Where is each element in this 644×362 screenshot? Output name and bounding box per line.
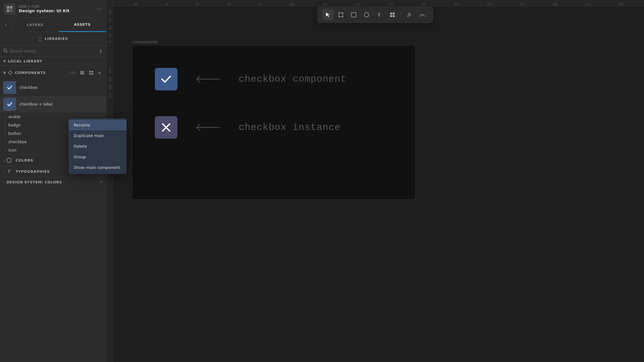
text-tool-button[interactable]: T [374, 9, 385, 21]
checkbox-instance-row: checkbox instance [155, 116, 340, 139]
components-title: COMPONENTS [15, 71, 69, 75]
ruler-label: -75 [108, 19, 112, 23]
curve-tool-button[interactable] [417, 9, 428, 21]
asset-content: ▼ LOCAL LIBRARY ▼ COMPONENTS 134 [0, 57, 106, 362]
context-menu: Rename Duplicate main Delete Group Show … [69, 118, 127, 174]
group-chevron: › [5, 140, 6, 144]
components-chevron: ▼ [3, 71, 6, 75]
component-thumbnail [3, 81, 16, 94]
svg-rect-15 [339, 13, 343, 17]
ruler-label: 300 [552, 3, 558, 6]
canvas-frame[interactable]: checkbox component check [132, 45, 415, 200]
svg-point-31 [409, 13, 410, 14]
ruler-label: 200 [421, 3, 427, 6]
colors-chevron: › [3, 158, 5, 162]
back-button[interactable]: ‹ [0, 18, 12, 32]
app-title: Design system: UI Kit [19, 8, 93, 13]
search-input[interactable] [10, 49, 97, 53]
ruler-label: -50 [108, 26, 112, 30]
group-name: avatar [8, 115, 21, 119]
search-icon [3, 48, 8, 54]
typographies-chevron: › [3, 170, 5, 174]
ruler-label: 175 [388, 3, 394, 6]
libraries-icon: □ [38, 36, 42, 41]
toolbar: T [317, 6, 433, 23]
context-menu-item-show-main[interactable]: Show main component [69, 162, 127, 173]
list-item[interactable]: checkbox + label [0, 96, 106, 113]
checkbox-instance-visual [155, 116, 177, 139]
ruler-label: 175 [108, 93, 112, 97]
ruler-left: -100 -75 -50 -25 0 100 125 150 175 [106, 0, 113, 362]
svg-rect-8 [80, 74, 84, 74]
ruler-label: 25 [195, 3, 200, 6]
more-options-icon[interactable]: ⋯ [96, 5, 102, 12]
context-menu-item-rename[interactable]: Rename [69, 120, 127, 130]
ruler-label: 75 [258, 3, 262, 6]
component-name: checkbox [19, 85, 38, 90]
svg-point-25 [365, 13, 369, 17]
canvas-area: -25 -0 25 50 75 100 125 150 175 200 225 … [106, 0, 644, 362]
design-system-chevron: › [3, 180, 5, 184]
ruler-label: 150 [108, 85, 112, 89]
ruler-label: 275 [519, 3, 526, 6]
ruler-label: -25 [108, 33, 112, 38]
svg-rect-9 [89, 71, 91, 72]
svg-rect-30 [393, 15, 395, 17]
ellipse-tool-button[interactable] [361, 9, 373, 21]
svg-rect-29 [390, 15, 392, 17]
group-chevron: › [5, 132, 6, 135]
ruler-label: 100 [108, 68, 112, 73]
external-link-icon: ↗ [99, 180, 103, 184]
libraries-label: LIBRARIES [45, 37, 68, 41]
svg-rect-2 [7, 9, 9, 12]
checkbox-component-visual [155, 68, 177, 90]
svg-rect-28 [393, 13, 395, 14]
tabs-bar: ‹ LAYERS ASSETS [0, 18, 106, 32]
local-library-chevron: ▼ [3, 59, 6, 63]
svg-rect-1 [10, 6, 13, 8]
context-menu-item-group[interactable]: Group [69, 152, 127, 162]
ruler-label: -100 [108, 10, 112, 15]
typography-icon: T [6, 169, 12, 174]
frame-tool-button[interactable] [335, 9, 347, 21]
arrow-icon [194, 123, 223, 132]
local-library-header[interactable]: ▼ LOCAL LIBRARY [0, 57, 106, 66]
ruler-label: -25 [132, 3, 138, 6]
pen-tool-button[interactable] [404, 9, 415, 21]
add-component-button[interactable]: + [96, 70, 103, 76]
svg-rect-0 [7, 6, 9, 8]
component-tool-button[interactable] [387, 9, 398, 21]
group-name: checkbox [8, 140, 27, 144]
list-view-button[interactable] [78, 69, 86, 77]
libraries-bar[interactable]: □ LIBRARIES [0, 32, 106, 46]
canvas-viewport[interactable]: components checkbox componen [113, 6, 644, 362]
tab-layers[interactable]: LAYERS [12, 18, 59, 32]
sort-icon[interactable]: ↕ [99, 49, 103, 54]
components-count: 134 [69, 71, 76, 75]
rect-tool-button[interactable] [348, 9, 360, 21]
svg-rect-3 [10, 9, 13, 12]
components-header: ▼ COMPONENTS 134 [0, 66, 106, 79]
list-item[interactable]: checkbox [0, 79, 106, 96]
checkbox-component-row: checkbox component [155, 68, 346, 90]
group-name: badge [8, 123, 21, 127]
svg-rect-24 [352, 13, 356, 17]
view-icons [78, 69, 95, 77]
group-chevron: › [5, 149, 6, 152]
design-system-header[interactable]: › DESIGN SYSTEM: COLORS ↗ [0, 177, 106, 187]
grid-view-button[interactable] [87, 69, 95, 77]
ruler-label: 0 [108, 41, 112, 42]
frame-label: components [132, 39, 158, 45]
design-system-title: DESIGN SYSTEM: COLORS [6, 180, 98, 184]
context-menu-item-duplicate-main[interactable]: Duplicate main [69, 130, 127, 141]
ruler-label: 100 [289, 3, 295, 6]
ruler-label: 350 [618, 3, 624, 6]
sidebar: GRID + FLEX Design system: UI Kit ⋯ ‹ LA… [0, 0, 106, 362]
context-menu-item-delete[interactable]: Delete [69, 141, 127, 152]
select-tool-button[interactable] [322, 9, 334, 21]
ruler-label: 225 [453, 3, 459, 6]
group-name: button [8, 131, 21, 136]
svg-rect-10 [91, 71, 93, 72]
tab-assets[interactable]: ASSETS [59, 18, 106, 32]
ruler-label: 125 [322, 3, 328, 6]
